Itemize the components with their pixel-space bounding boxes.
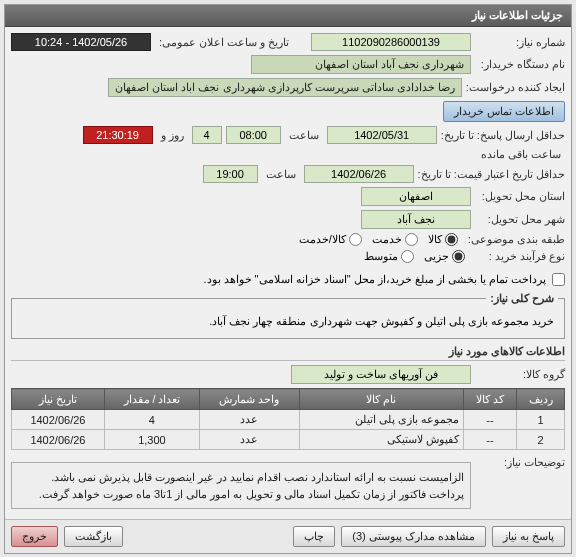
announce-field: 1402/05/26 - 10:24 <box>11 33 151 51</box>
time-left-field: 21:30:19 <box>83 126 153 144</box>
cell-unit: عدد <box>200 410 300 430</box>
deadline-label: حداقل ارسال پاسخ: تا تاریخ: <box>441 129 565 142</box>
col-row: ردیف <box>517 389 565 410</box>
items-section-title: اطلاعات کالاهای مورد نیاز <box>11 345 565 361</box>
radio-both[interactable]: کالا/خدمت <box>299 233 362 246</box>
valid-time-field: 19:00 <box>203 165 258 183</box>
radio-minor[interactable]: جزیی <box>424 250 465 263</box>
radio-minor-input[interactable] <box>452 250 465 263</box>
announce-label: تاریخ و ساعت اعلان عمومی: <box>159 36 289 49</box>
reply-button[interactable]: پاسخ به نیاز <box>492 526 565 547</box>
table-row[interactable]: 2--کفپوش لاستیکیعدد1,3001402/06/26 <box>12 430 565 450</box>
deadline-time-field: 08:00 <box>226 126 281 144</box>
group-kala-field: فن آوریهای ساخت و تولید <box>291 365 471 384</box>
deadline-date-field: 1402/05/31 <box>327 126 437 144</box>
contact-button[interactable]: اطلاعات تماس خریدار <box>443 101 565 122</box>
time-left-label: ساعت باقی مانده <box>481 148 561 161</box>
cell-name: کفپوش لاستیکی <box>299 430 463 450</box>
col-unit: واحد شمارش <box>200 389 300 410</box>
radio-medium-input[interactable] <box>401 250 414 263</box>
radio-goods-input[interactable] <box>445 233 458 246</box>
need-no-label: شماره نیاز: <box>475 36 565 49</box>
cell-qty: 1,300 <box>104 430 199 450</box>
days-label: روز و <box>161 129 184 142</box>
group-label: طبقه بندی موضوعی: <box>468 233 565 246</box>
items-table: ردیف کد کالا نام کالا واحد شمارش تعداد /… <box>11 388 565 450</box>
radio-both-input[interactable] <box>349 233 362 246</box>
days-field: 4 <box>192 126 222 144</box>
notes-box: الزامیست نسبت به ارائه استاندارد نصب اقد… <box>11 462 471 509</box>
notes-line2: پرداخت فاکتور از زمان تکمیل اسناد مالی و… <box>18 486 464 503</box>
requester-label: ایجاد کننده درخواست: <box>466 81 565 94</box>
exit-button[interactable]: خروج <box>11 526 58 547</box>
cell-qty: 4 <box>104 410 199 430</box>
print-button[interactable]: چاپ <box>293 526 335 547</box>
time-label-2: ساعت <box>266 168 296 181</box>
window-title: جزئیات اطلاعات نیاز <box>472 9 563 21</box>
table-row[interactable]: 1--مجموعه بازی پلی اتیلنعدد41402/06/26 <box>12 410 565 430</box>
radio-service-input[interactable] <box>405 233 418 246</box>
cell-code: -- <box>463 430 516 450</box>
notes-line1: الزامیست نسبت به ارائه استاندارد نصب اقد… <box>18 469 464 486</box>
col-name: نام کالا <box>299 389 463 410</box>
titlebar: جزئیات اطلاعات نیاز <box>5 5 571 27</box>
city-field: نجف آباد <box>361 210 471 229</box>
group-kala-label: گروه کالا: <box>475 368 565 381</box>
radio-medium[interactable]: متوسط <box>364 250 414 263</box>
treasury-checkbox[interactable] <box>552 273 565 286</box>
col-qty: تعداد / مقدار <box>104 389 199 410</box>
notes-label: توضیحات نیاز: <box>475 456 565 469</box>
valid-label: حداقل تاریخ اعتبار قیمت: تا تاریخ: <box>418 168 565 181</box>
radio-goods[interactable]: کالا <box>428 233 458 246</box>
cell-row: 1 <box>517 410 565 430</box>
need-no-field: 1102090286000139 <box>311 33 471 51</box>
cell-date: 1402/06/26 <box>12 430 105 450</box>
back-button[interactable]: بازگشت <box>64 526 123 547</box>
pay-note: پرداخت تمام یا بخشی از مبلغ خرید،از محل … <box>203 273 546 286</box>
requester-field: رضا خدادادی ساداتی سرپرست کارپردازی شهرد… <box>108 78 462 97</box>
need-text: خرید مجموعه بازی پلی اتیلن و کفپوش جهت ش… <box>18 311 558 332</box>
cell-name: مجموعه بازی پلی اتیلن <box>299 410 463 430</box>
cell-code: -- <box>463 410 516 430</box>
buyer-label: نام دستگاه خریدار: <box>475 58 565 71</box>
need-legend: شرح کلی نیاز: <box>486 292 558 305</box>
col-date: تاریخ نیاز <box>12 389 105 410</box>
province-label: استان محل تحویل: <box>475 190 565 203</box>
province-field: اصفهان <box>361 187 471 206</box>
buyer-field: شهرداری نجف آباد استان اصفهان <box>251 55 471 74</box>
cell-date: 1402/06/26 <box>12 410 105 430</box>
process-label: نوع فرآیند خرید : <box>475 250 565 263</box>
content-area: شماره نیاز: 1102090286000139 تاریخ و ساع… <box>5 27 571 519</box>
time-label-1: ساعت <box>289 129 319 142</box>
radio-service[interactable]: خدمت <box>372 233 418 246</box>
valid-date-field: 1402/06/26 <box>304 165 414 183</box>
cell-unit: عدد <box>200 430 300 450</box>
city-label: شهر محل تحویل: <box>475 213 565 226</box>
col-code: کد کالا <box>463 389 516 410</box>
details-window: جزئیات اطلاعات نیاز شماره نیاز: 11020902… <box>4 4 572 554</box>
attachments-button[interactable]: مشاهده مدارک پیوستی (3) <box>341 526 486 547</box>
button-bar: پاسخ به نیاز مشاهده مدارک پیوستی (3) چاپ… <box>5 519 571 553</box>
cell-row: 2 <box>517 430 565 450</box>
need-fieldset: شرح کلی نیاز: خرید مجموعه بازی پلی اتیلن… <box>11 292 565 339</box>
